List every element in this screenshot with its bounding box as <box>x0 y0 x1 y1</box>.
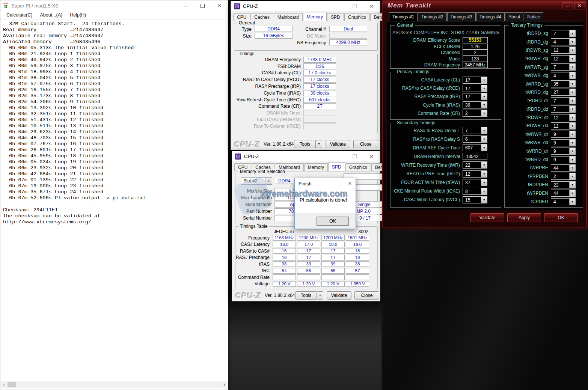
chevron-down-icon[interactable] <box>569 123 575 129</box>
timing-dropdown[interactable]: 12 <box>463 170 487 178</box>
chevron-down-icon[interactable] <box>569 148 575 154</box>
timing-dropdown[interactable]: 12 <box>551 47 576 54</box>
timing-dropdown[interactable]: 12 <box>551 122 576 129</box>
chevron-down-icon[interactable] <box>481 179 487 186</box>
tab-spd[interactable]: SPD <box>328 162 345 171</box>
timing-dropdown[interactable]: 9 <box>551 156 576 163</box>
chevron-down-icon[interactable] <box>569 173 575 179</box>
timing-dropdown[interactable]: 7 <box>551 30 576 37</box>
chevron-down-icon[interactable] <box>569 114 575 121</box>
timing-dropdown[interactable]: 7 <box>463 127 487 134</box>
tab-timings-4[interactable]: Timings #4 <box>476 12 505 21</box>
tab-graphics[interactable]: Graphics <box>344 13 370 21</box>
timing-dropdown[interactable]: 15 <box>463 196 487 203</box>
chevron-down-icon[interactable] <box>481 171 487 177</box>
timing-dropdown[interactable]: 17 <box>463 85 487 92</box>
minimize-icon[interactable] <box>562 2 573 9</box>
tab-about[interactable]: About <box>505 12 523 21</box>
close-icon[interactable] <box>363 1 380 11</box>
tools-dropdown-icon[interactable] <box>317 291 323 300</box>
tools-button[interactable]: Tools <box>294 140 316 148</box>
horizontal-scrollbar[interactable] <box>1 381 228 388</box>
timing-dropdown[interactable]: 7 <box>551 63 576 71</box>
timing-dropdown[interactable]: 2 <box>551 173 576 180</box>
minimize-icon[interactable] <box>177 0 194 11</box>
minimize-icon[interactable] <box>329 1 346 11</box>
timing-dropdown[interactable]: 12 <box>551 114 576 121</box>
chevron-down-icon[interactable] <box>569 30 575 37</box>
tab-spd[interactable]: SPD <box>327 13 344 21</box>
chevron-down-icon[interactable] <box>569 182 575 188</box>
chevron-down-icon[interactable] <box>481 85 487 92</box>
chevron-down-icon[interactable] <box>569 56 575 62</box>
timing-dropdown[interactable]: 9 <box>551 131 576 138</box>
chevron-down-icon[interactable] <box>481 127 487 134</box>
timing-dropdown[interactable]: 6 <box>463 136 487 143</box>
timing-dropdown[interactable]: 22 <box>463 161 487 169</box>
chevron-down-icon[interactable] <box>481 93 487 100</box>
timing-dropdown[interactable]: 4 <box>551 72 576 79</box>
validate-button[interactable]: Validate <box>470 213 504 222</box>
timing-dropdown[interactable]: 9 <box>551 139 576 146</box>
chevron-down-icon[interactable] <box>481 197 487 203</box>
chevron-down-icon[interactable] <box>569 131 575 137</box>
tab-notice[interactable]: Notice <box>524 12 543 21</box>
timing-dropdown[interactable]: 4 <box>551 198 576 205</box>
chevron-down-icon[interactable] <box>265 178 272 184</box>
chevron-down-icon[interactable] <box>569 199 575 205</box>
timing-dropdown[interactable]: 17 <box>463 77 487 84</box>
apply-button[interactable]: Apply <box>507 213 541 222</box>
chevron-down-icon[interactable] <box>569 81 575 87</box>
menu-help[interactable]: Help(H) <box>70 12 86 18</box>
tab-memory[interactable]: Memory <box>303 12 327 21</box>
tab-memory[interactable]: Memory <box>304 163 328 171</box>
chevron-down-icon[interactable] <box>569 98 575 104</box>
close-button[interactable]: Close <box>353 140 378 148</box>
timing-dropdown[interactable]: 44 <box>551 164 576 172</box>
timing-dropdown[interactable]: 35 <box>551 80 576 87</box>
tab-mainboard[interactable]: Mainboard <box>274 13 303 21</box>
chevron-down-icon[interactable] <box>569 89 575 95</box>
minimize-icon[interactable] <box>329 151 346 161</box>
chevron-down-icon[interactable] <box>481 188 487 194</box>
ok-button[interactable]: OK <box>544 213 578 222</box>
tools-button[interactable]: Tools <box>295 291 317 300</box>
timing-dropdown[interactable]: 27 <box>551 89 576 96</box>
tab-timings-3[interactable]: Timings #3 <box>447 12 476 21</box>
close-button[interactable]: Close <box>354 291 379 300</box>
close-icon[interactable] <box>211 0 228 11</box>
close-icon[interactable] <box>574 2 585 9</box>
timing-dropdown[interactable]: 37 <box>463 179 487 186</box>
chevron-down-icon[interactable] <box>481 77 487 83</box>
timing-dropdown[interactable]: 7 <box>551 105 576 113</box>
tab-timings-2[interactable]: Timings #2 <box>418 12 446 21</box>
close-icon[interactable] <box>344 178 356 189</box>
chevron-down-icon[interactable] <box>569 72 575 79</box>
chevron-down-icon[interactable] <box>569 47 575 53</box>
chevron-down-icon[interactable] <box>569 190 575 196</box>
chevron-down-icon[interactable] <box>569 39 575 45</box>
scroll-left-icon[interactable] <box>1 381 7 388</box>
chevron-down-icon[interactable] <box>569 157 575 163</box>
timing-dropdown[interactable]: 39 <box>463 101 487 108</box>
timing-dropdown[interactable]: 9 <box>551 148 576 155</box>
maximize-icon[interactable] <box>194 0 211 11</box>
dram-refresh-interval-field[interactable]: 13542 <box>463 153 487 160</box>
timing-dropdown[interactable]: 4 <box>551 38 576 45</box>
chevron-down-icon[interactable] <box>569 140 575 146</box>
timing-dropdown[interactable]: 8 <box>463 188 487 195</box>
tab-cpu[interactable]: CPU <box>233 13 250 21</box>
timing-dropdown[interactable]: 44 <box>551 190 576 197</box>
timing-dropdown[interactable]: 22 <box>551 181 576 188</box>
menu-calculate[interactable]: Calculate(C) <box>6 12 32 18</box>
chevron-down-icon[interactable] <box>481 162 487 168</box>
menu-about[interactable]: About...(A) <box>40 12 62 18</box>
chevron-down-icon[interactable] <box>569 64 575 70</box>
timing-dropdown[interactable]: 2 <box>463 110 487 117</box>
timing-dropdown[interactable]: 12 <box>551 55 576 62</box>
timing-dropdown[interactable]: 607 <box>463 144 487 151</box>
tools-dropdown-icon[interactable] <box>316 140 322 148</box>
validate-button[interactable]: Validate <box>326 140 350 148</box>
validate-button[interactable]: Validate <box>327 291 351 300</box>
chevron-down-icon[interactable] <box>569 165 575 171</box>
